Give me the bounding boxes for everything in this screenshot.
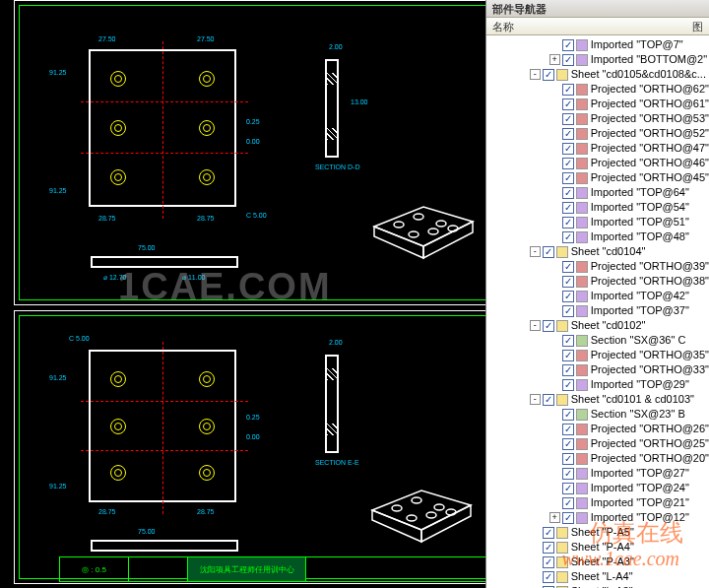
tree-node[interactable]: ·✓Projected "ORTHO@35" xyxy=(486,348,709,362)
checkbox[interactable]: ✓ xyxy=(562,438,574,450)
dim-text: 0.00 xyxy=(246,138,260,145)
proj-icon xyxy=(576,438,588,450)
tree-node[interactable]: ·✓Sheet "L-A3" xyxy=(486,584,709,588)
expander-icon[interactable]: - xyxy=(530,246,541,257)
checkbox[interactable]: ✓ xyxy=(543,69,554,81)
tree-node[interactable]: ·✓Projected "ORTHO@53" xyxy=(486,111,709,126)
checkbox[interactable]: ✓ xyxy=(543,320,554,332)
expander-icon: · xyxy=(530,556,541,567)
tree-node[interactable]: +✓Imported "TOP@12" xyxy=(486,510,709,525)
imp-icon xyxy=(576,468,588,480)
checkbox[interactable]: ✓ xyxy=(562,497,574,509)
tree-node[interactable]: ·✓Imported "TOP@37" xyxy=(486,303,709,318)
checkbox[interactable]: ✓ xyxy=(562,409,574,421)
tree-node[interactable]: ·✓Sheet "P-A5" xyxy=(486,525,709,540)
tree-node[interactable]: ·✓Projected "ORTHO@39" xyxy=(486,259,709,274)
tree-node[interactable]: ·✓Projected "ORTHO@25" xyxy=(486,436,709,451)
checkbox[interactable]: ✓ xyxy=(562,350,574,361)
checkbox[interactable]: ✓ xyxy=(562,143,574,155)
tree-node[interactable]: ·✓Projected "ORTHO@38" xyxy=(486,274,709,289)
tree-node[interactable]: ·✓Projected "ORTHO@47" xyxy=(486,141,709,156)
checkbox[interactable]: ✓ xyxy=(562,187,574,199)
checkbox[interactable]: ✓ xyxy=(562,84,574,96)
checkbox[interactable]: ✓ xyxy=(562,468,574,480)
tree-node[interactable]: ·✓Projected "ORTHO@26" xyxy=(486,422,709,436)
navigator-tree[interactable]: ·✓Imported "TOP@7"+✓Imported "BOTTOM@2"-… xyxy=(486,35,709,588)
checkbox[interactable]: ✓ xyxy=(562,453,574,465)
tree-node[interactable]: -✓Sheet "cd0102" xyxy=(486,318,709,333)
tree-node[interactable]: ·✓Projected "ORTHO@20" xyxy=(486,451,709,466)
checkbox[interactable]: ✓ xyxy=(562,305,574,317)
dim-text: 13.00 xyxy=(351,98,368,105)
checkbox[interactable]: ✓ xyxy=(543,556,554,568)
tree-node[interactable]: ·✓Imported "TOP@21" xyxy=(486,495,709,510)
checkbox[interactable]: ✓ xyxy=(562,364,574,376)
checkbox[interactable]: ✓ xyxy=(562,39,574,51)
checkbox[interactable]: ✓ xyxy=(562,128,574,140)
checkbox[interactable]: ✓ xyxy=(562,202,574,214)
checkbox[interactable]: ✓ xyxy=(543,246,554,258)
expander-icon: · xyxy=(530,542,541,553)
expander-icon[interactable]: + xyxy=(549,54,560,65)
tree-node-label: Projected "ORTHO@45" xyxy=(591,170,709,185)
tree-node[interactable]: ·✓Projected "ORTHO@62" xyxy=(486,82,709,97)
proj-icon xyxy=(576,172,588,184)
checkbox[interactable]: ✓ xyxy=(562,172,574,184)
tree-node[interactable]: -✓Sheet "cd0105&cd0108&c... xyxy=(486,67,709,82)
tree-node[interactable]: ·✓Projected "ORTHO@45" xyxy=(486,170,709,185)
tree-node[interactable]: ·✓Imported "TOP@64" xyxy=(486,185,709,200)
checkbox[interactable]: ✓ xyxy=(562,261,574,273)
column-fig[interactable]: 图 xyxy=(679,20,703,33)
expander-icon[interactable]: - xyxy=(530,69,541,80)
checkbox[interactable]: ✓ xyxy=(543,542,554,554)
tree-node[interactable]: ·✓Imported "TOP@29" xyxy=(486,377,709,392)
checkbox[interactable]: ✓ xyxy=(543,527,554,539)
checkbox[interactable]: ✓ xyxy=(562,291,574,302)
expander-icon[interactable]: - xyxy=(530,394,541,405)
tree-node[interactable]: ·✓Sheet "P-A3" xyxy=(486,555,709,569)
checkbox[interactable]: ✓ xyxy=(562,217,574,229)
svg-point-6 xyxy=(409,231,419,237)
tree-node[interactable]: ·✓Projected "ORTHO@33" xyxy=(486,362,709,377)
tree-node[interactable]: ·✓Imported "TOP@54" xyxy=(486,200,709,215)
checkbox[interactable]: ✓ xyxy=(562,276,574,288)
tree-node[interactable]: ·✓Imported "TOP@48" xyxy=(486,229,709,244)
checkbox[interactable]: ✓ xyxy=(562,54,574,66)
tree-node[interactable]: ·✓Imported "TOP@42" xyxy=(486,289,709,303)
expander-icon[interactable]: - xyxy=(530,320,541,331)
panel-header[interactable]: 名称 图 xyxy=(486,18,709,35)
tree-node[interactable]: ·✓Imported "TOP@27" xyxy=(486,466,709,481)
tree-node-label: Sheet "L-A4" xyxy=(571,569,633,584)
tree-node[interactable]: ·✓Imported "TOP@24" xyxy=(486,481,709,495)
tree-node[interactable]: ·✓Sheet "P-A4" xyxy=(486,540,709,555)
tree-node[interactable]: ·✓Projected "ORTHO@61" xyxy=(486,97,709,111)
expander-icon[interactable]: + xyxy=(549,512,560,523)
checkbox[interactable]: ✓ xyxy=(562,113,574,125)
column-name[interactable]: 名称 xyxy=(492,20,679,33)
checkbox[interactable]: ✓ xyxy=(562,158,574,169)
tree-node[interactable]: ·✓Sheet "L-A4" xyxy=(486,569,709,584)
tree-node[interactable]: -✓Sheet "cd0101 & cd0103" xyxy=(486,392,709,407)
tree-node[interactable]: ·✓Section "SX@23" B xyxy=(486,407,709,422)
checkbox[interactable]: ✓ xyxy=(562,379,574,391)
bot-iso-view xyxy=(362,471,481,550)
tree-node[interactable]: +✓Imported "BOTTOM@2" xyxy=(486,52,709,67)
tree-node[interactable]: -✓Sheet "cd0104" xyxy=(486,244,709,259)
checkbox[interactable]: ✓ xyxy=(543,571,554,583)
checkbox[interactable]: ✓ xyxy=(562,335,574,347)
checkbox[interactable]: ✓ xyxy=(562,512,574,524)
drawing-canvas[interactable]: 27.50 27.50 91.25 91.25 28.75 28.75 0.25… xyxy=(0,0,485,588)
tree-node[interactable]: ·✓Projected "ORTHO@52" xyxy=(486,126,709,141)
proj-icon xyxy=(576,84,588,96)
tree-node[interactable]: ·✓Imported "TOP@7" xyxy=(486,37,709,52)
tree-node[interactable]: ·✓Projected "ORTHO@46" xyxy=(486,156,709,170)
tree-node[interactable]: ·✓Imported "TOP@51" xyxy=(486,215,709,229)
svg-point-17 xyxy=(446,509,456,515)
tree-node[interactable]: ·✓Section "SX@36" C xyxy=(486,333,709,348)
checkbox[interactable]: ✓ xyxy=(562,231,574,243)
checkbox[interactable]: ✓ xyxy=(543,394,554,406)
scale-field: ◎ : 0.5 xyxy=(60,557,129,581)
checkbox[interactable]: ✓ xyxy=(562,98,574,110)
checkbox[interactable]: ✓ xyxy=(562,424,574,435)
checkbox[interactable]: ✓ xyxy=(562,483,574,494)
